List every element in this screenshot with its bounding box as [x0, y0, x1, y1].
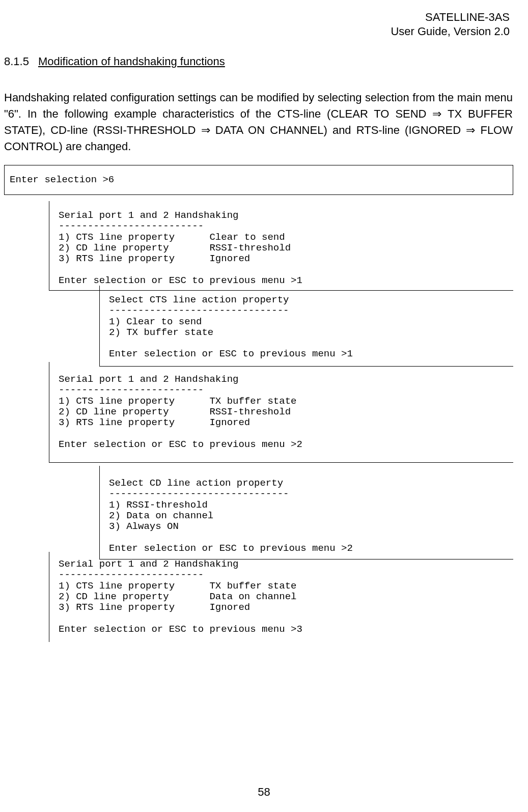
terminal-text: Select CTS line action property --------…	[109, 294, 353, 359]
terminal-text: Enter selection >6	[10, 174, 114, 185]
document-page: SATELLINE-3AS User Guide, Version 2.0 8.…	[0, 0, 528, 812]
terminal-text: Serial port 1 and 2 Handshaking --------…	[59, 210, 302, 286]
section-title: Modification of handshaking functions	[38, 55, 225, 68]
header-product: SATELLINE-3AS	[391, 10, 510, 24]
terminal-box-handshaking-2: Serial port 1 and 2 Handshaking --------…	[49, 362, 513, 463]
intro-paragraph: Handshaking related configuration settin…	[4, 90, 513, 155]
terminal-box-enter-6: Enter selection >6	[4, 165, 513, 195]
terminal-box-handshaking-3: Serial port 1 and 2 Handshaking --------…	[49, 552, 513, 642]
section-heading: 8.1.5Modification of handshaking functio…	[4, 55, 225, 68]
terminal-box-handshaking-1: Serial port 1 and 2 Handshaking --------…	[49, 201, 513, 291]
terminal-box-cts-select: Select CTS line action property --------…	[99, 286, 513, 367]
intro-text: Handshaking related configuration settin…	[4, 91, 513, 153]
terminal-text: Select CD line action property ---------…	[109, 478, 353, 554]
page-header: SATELLINE-3AS User Guide, Version 2.0	[391, 10, 510, 38]
terminal-text: Serial port 1 and 2 Handshaking --------…	[59, 558, 302, 635]
page-number: 58	[0, 786, 528, 799]
header-guide: User Guide, Version 2.0	[391, 24, 510, 39]
section-number: 8.1.5	[4, 55, 29, 68]
terminal-box-cd-select: Select CD line action property ---------…	[99, 466, 513, 559]
terminal-text: Serial port 1 and 2 Handshaking --------…	[59, 374, 302, 450]
